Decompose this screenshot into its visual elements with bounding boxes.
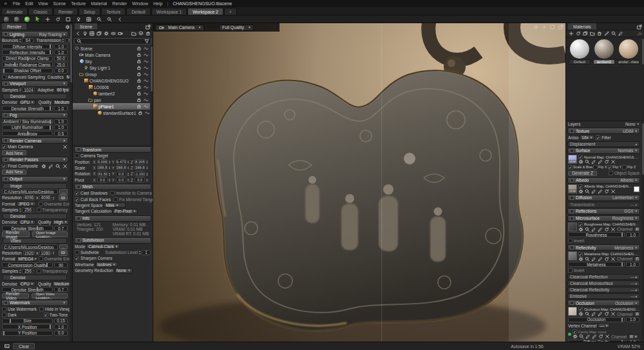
map-enable-checkbox[interactable]: ✓ [578, 252, 583, 257]
material-props-scrollbar[interactable] [641, 122, 644, 342]
slider-handle[interactable] [50, 44, 51, 48]
vec-value[interactable]: 0.0 [135, 177, 145, 182]
close-icon[interactable] [605, 335, 610, 339]
menu-item-scene[interactable]: Scene [53, 1, 66, 6]
checkbox[interactable] [37, 269, 41, 273]
height-box[interactable]: 1080 [39, 250, 51, 255]
pen-icon[interactable] [598, 160, 603, 164]
subsection-denoise[interactable]: Denoise [3, 213, 67, 219]
lock-icon[interactable] [136, 104, 142, 109]
slider-handle[interactable] [27, 57, 28, 61]
tree-item-sky[interactable]: Sky [73, 58, 150, 64]
material-swatch-standar-rface1[interactable]: standar...rface1 [618, 39, 639, 119]
lock-icon[interactable] [136, 78, 142, 83]
collapsed-section-transmission[interactable]: Transmission—▼ [567, 202, 640, 208]
refresh-icon[interactable] [604, 160, 609, 164]
search-icon[interactable] [585, 257, 590, 261]
spinner-arrows[interactable]: ▴▾ [109, 172, 110, 176]
section-header-reflections[interactable]: ReflectionsGGX▼ [567, 208, 640, 215]
tree-item-changshengsuo[interactable]: CHANGSHENGSUO [73, 77, 150, 84]
wave-icon[interactable] [143, 104, 149, 109]
spinner-arrows[interactable]: ▴▾ [109, 166, 110, 170]
value-box[interactable]: 256 [22, 269, 33, 274]
slider-15[interactable]: Light Illumination [2, 125, 53, 130]
link-resolution-button[interactable] [59, 250, 68, 256]
checkbox[interactable] [2, 313, 6, 317]
light-tool-icon[interactable] [75, 16, 82, 23]
section-header-render-cameras[interactable]: Render Cameras▼ [1, 137, 68, 144]
value-box[interactable]: 1.0 [54, 106, 68, 111]
gear-icon[interactable] [578, 189, 583, 193]
spinner-arrows[interactable]: ▴▾ [139, 250, 140, 254]
viewport[interactable]: Main Camera ▼ Full Quality ▼ [153, 23, 565, 342]
vec-value[interactable]: 388.8 [97, 165, 108, 170]
dropdown[interactable]: High▼ [52, 220, 69, 225]
close-icon[interactable] [611, 257, 616, 261]
dropdown[interactable]: GPU▼ [19, 100, 36, 105]
value-box[interactable]: 1024 [22, 87, 35, 92]
dropper-icon[interactable] [591, 257, 596, 261]
slider[interactable]: Diffuse Cavity [568, 340, 625, 342]
pen-icon[interactable] [598, 312, 603, 316]
zoom-tool-icon[interactable] [106, 16, 113, 23]
vec-value[interactable]: 388.8 [116, 165, 126, 170]
generate-z-button[interactable]: Generate Z [568, 171, 597, 177]
grid-icon[interactable] [89, 31, 95, 36]
lock-icon[interactable] [136, 97, 142, 102]
collapsed-section-clearcoat-reflection[interactable]: Clearcoat Reflection—▼ [567, 274, 640, 280]
camera-icon[interactable] [117, 31, 123, 36]
link-icon[interactable] [110, 31, 116, 36]
checkbox[interactable] [2, 307, 6, 311]
slider-handle[interactable] [3, 69, 5, 73]
gear-icon[interactable] [103, 31, 109, 36]
value-box[interactable]: 0.5 [54, 131, 68, 136]
section-header-viewport[interactable]: Viewport▼ [1, 81, 68, 87]
close-icon[interactable] [611, 227, 616, 231]
folder-icon[interactable] [131, 31, 137, 36]
subsection-image[interactable]: Image [3, 183, 67, 189]
slider-48[interactable]: Y Position [2, 331, 53, 336]
enable-checkbox[interactable]: ✓ [2, 164, 6, 168]
slider-47[interactable]: X Position [2, 324, 53, 329]
spinner-arrows[interactable]: ▴▾ [19, 269, 21, 273]
format-dropdown[interactable]: JPEG▼ [17, 201, 36, 206]
action-button[interactable]: Open Image Location... [32, 231, 68, 237]
refresh-icon[interactable] [604, 227, 609, 231]
lock-icon[interactable] [136, 46, 142, 51]
ellipse-select-icon[interactable] [96, 16, 102, 23]
channel-dropdown[interactable]: R▼ [628, 334, 639, 339]
menu-item-window[interactable]: Window [132, 1, 148, 6]
checkbox[interactable] [39, 307, 44, 311]
action-button[interactable]: Render Video [2, 293, 29, 299]
vec-value[interactable]: 0.0 [116, 177, 126, 182]
lock-icon[interactable] [136, 59, 142, 64]
add-new-button[interactable]: Add New [2, 170, 26, 175]
quality-select[interactable]: Full Quality ▼ [219, 24, 254, 31]
value-box[interactable]: 1.0 [626, 317, 639, 322]
spinner-arrows[interactable]: ▴▾ [128, 166, 129, 170]
dropdown[interactable]: CPU▼ [19, 220, 35, 225]
wave-icon[interactable] [143, 91, 149, 96]
tree-item-lambert2[interactable]: lambert2 [73, 90, 150, 97]
slider-14[interactable]: Ambient / Sky Illumination [2, 119, 53, 124]
vec-value[interactable]: -81.56 [97, 171, 108, 177]
paint-icon[interactable] [603, 31, 609, 36]
channel-dropdown[interactable]: R▼ [634, 257, 639, 262]
value-box[interactable]: 256 [22, 208, 33, 213]
tree-item-lo0606[interactable]: LO0606 [73, 84, 150, 90]
color-swatch[interactable] [634, 186, 639, 192]
slider-handle[interactable] [621, 318, 623, 322]
plus-icon[interactable] [568, 31, 574, 36]
slider-4[interactable]: Direct Radiance Clamp [2, 56, 53, 61]
search-icon[interactable] [585, 160, 590, 164]
section-header-render-passes[interactable]: Render Passes▼ [1, 157, 68, 163]
marquee-select-icon[interactable] [86, 16, 92, 23]
section-header-albedo[interactable]: AlbedoAlbedo▼ [567, 177, 640, 184]
value-box[interactable]: 1.0 [54, 324, 68, 329]
checkbox[interactable] [2, 75, 6, 79]
material-sphere-icon[interactable] [14, 16, 20, 23]
workspace-tab-2[interactable]: Classic [28, 8, 53, 15]
value-box[interactable]: 1.0 [54, 119, 68, 124]
render-panel-scrollbar[interactable] [70, 23, 72, 342]
checkbox[interactable] [568, 268, 573, 273]
